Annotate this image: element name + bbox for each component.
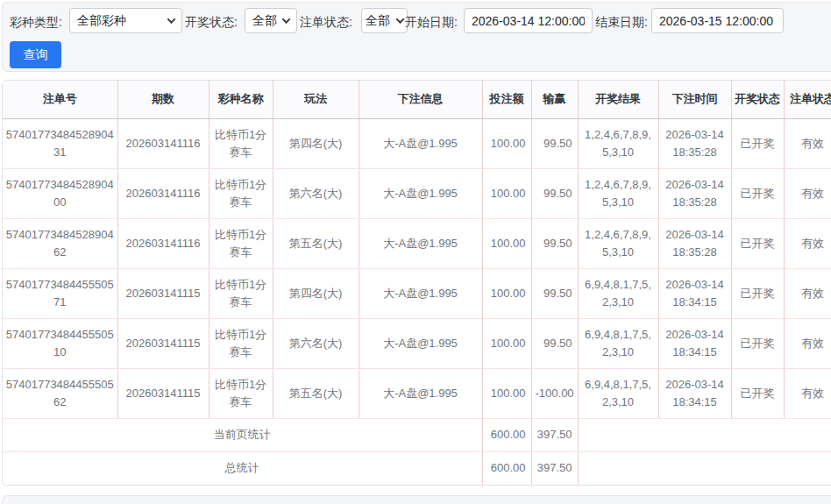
cell-win-loss: 99.50: [531, 168, 578, 218]
cell-play-type: 第五名(大): [273, 368, 359, 418]
cell-draw-result: 1,2,4,6,7,8,9,5,3,10: [578, 118, 658, 168]
cell-bet-time: 2026-03-14 18:34:15: [658, 368, 731, 418]
pagination-panel: [2, 495, 831, 504]
cell-draw-status: 已开奖: [731, 368, 784, 418]
end-date-label: 结束日期:: [595, 15, 648, 31]
end-date-input[interactable]: [651, 8, 784, 33]
cell-draw-result: 1,2,4,6,7,8,9,5,3,10: [578, 218, 658, 268]
column-header-play-type: 玩法: [273, 81, 359, 118]
bet-status-value: 全部: [366, 13, 394, 29]
query-button[interactable]: 查询: [10, 41, 61, 68]
cell-period: 202603141116: [117, 168, 209, 218]
cell-bet-amount: 100.00: [482, 318, 531, 368]
cell-win-loss: 99.50: [531, 268, 578, 318]
summary-row-current-page: 当前页统计 600.00 397.50: [3, 418, 831, 451]
cell-bet-status: 有效: [784, 118, 831, 168]
cell-win-loss: 99.50: [531, 318, 578, 368]
cell-bet-status: 有效: [784, 168, 831, 218]
cell-play-type: 第五名(大): [273, 218, 359, 268]
cell-bet-time: 2026-03-14 18:35:28: [658, 218, 731, 268]
cell-win-loss: 99.50: [531, 218, 578, 268]
cell-bet-info: 大-A盘@1.995: [359, 368, 482, 418]
bets-table: 注单号期数彩种名称玩法下注信息投注额输赢开奖结果下注时间开奖状态注单状态 574…: [3, 81, 831, 485]
cell-bet-number: 5740177348445550510: [3, 318, 117, 368]
cell-bet-number: 5740177348452890400: [3, 168, 117, 218]
bets-table-card: 注单号期数彩种名称玩法下注信息投注额输赢开奖结果下注时间开奖状态注单状态 574…: [2, 80, 831, 486]
cell-draw-status: 已开奖: [731, 268, 784, 318]
cell-bet-number: 5740177348452890462: [3, 218, 117, 268]
cell-draw-status: 已开奖: [731, 168, 784, 218]
cell-period: 202603141115: [117, 368, 209, 418]
cell-bet-status: 有效: [784, 318, 831, 368]
cell-draw-result: 6,9,4,8,1,7,5,2,3,10: [578, 268, 658, 318]
cell-bet-amount: 100.00: [482, 218, 531, 268]
table-row: 5740177348445550510202603141115比特币1分赛车第六…: [3, 318, 831, 368]
column-header-period: 期数: [117, 81, 209, 118]
cell-bet-amount: 100.00: [482, 368, 531, 418]
cell-bet-info: 大-A盘@1.995: [359, 168, 482, 218]
draw-status-label: 开奖状态:: [185, 15, 238, 31]
table-row: 5740177348445550562202603141115比特币1分赛车第五…: [3, 368, 831, 418]
cell-bet-amount: 100.00: [482, 118, 531, 168]
current-page-summary-label: 当前页统计: [3, 418, 482, 451]
column-header-draw-status: 开奖状态: [731, 81, 784, 118]
cell-bet-info: 大-A盘@1.995: [359, 218, 482, 268]
cell-lottery-name: 比特币1分赛车: [209, 368, 273, 418]
column-header-bet-number: 注单号: [3, 81, 117, 118]
cell-bet-amount: 100.00: [482, 168, 531, 218]
cell-win-loss: -100.00: [531, 368, 578, 418]
cell-bet-status: 有效: [784, 368, 831, 418]
cell-draw-result: 6,9,4,8,1,7,5,2,3,10: [578, 368, 658, 418]
summary-row-total: 总统计 600.00 397.50: [3, 451, 831, 485]
cell-draw-status: 已开奖: [731, 318, 784, 368]
cell-play-type: 第四名(大): [273, 118, 359, 168]
total-summary-label: 总统计: [3, 451, 482, 485]
lottery-type-label: 彩种类型:: [10, 15, 62, 31]
column-header-bet-time: 下注时间: [658, 81, 731, 118]
cell-bet-number: 5740177348445550571: [3, 268, 117, 318]
cell-draw-status: 已开奖: [731, 218, 784, 268]
lottery-type-select[interactable]: 全部彩种: [69, 8, 182, 33]
table-row: 5740177348445550571202603141115比特币1分赛车第四…: [3, 268, 831, 318]
table-row: 5740177348452890431202603141116比特币1分赛车第四…: [3, 118, 831, 168]
cell-lottery-name: 比特币1分赛车: [209, 218, 273, 268]
cell-bet-number: 5740177348445550562: [3, 368, 117, 418]
cell-bet-number: 5740177348452890431: [3, 118, 117, 168]
cell-draw-result: 6,9,4,8,1,7,5,2,3,10: [578, 318, 658, 368]
chevron-down-icon: [167, 15, 176, 24]
cell-play-type: 第六名(大): [273, 318, 359, 368]
filter-bar: 彩种类型: 全部彩种 开奖状态: 全部 注单状态: 全部 开始日期: 结束日期:…: [2, 2, 831, 72]
cell-bet-info: 大-A盘@1.995: [359, 318, 482, 368]
cell-period: 202603141116: [117, 218, 209, 268]
bet-status-select[interactable]: 全部: [361, 8, 408, 33]
cell-period: 202603141115: [117, 318, 209, 368]
cell-lottery-name: 比特币1分赛车: [209, 168, 273, 218]
cell-draw-result: 1,2,4,6,7,8,9,5,3,10: [578, 168, 658, 218]
cell-play-type: 第六名(大): [273, 168, 359, 218]
column-header-bet-status: 注单状态: [784, 81, 831, 118]
start-date-label: 开始日期:: [405, 15, 458, 31]
table-row: 5740177348452890400202603141116比特币1分赛车第六…: [3, 168, 831, 218]
chevron-down-icon: [282, 15, 291, 24]
cell-win-loss: 99.50: [531, 118, 578, 168]
start-date-input[interactable]: [464, 8, 593, 33]
cell-bet-status: 有效: [784, 218, 831, 268]
column-header-draw-result: 开奖结果: [578, 81, 658, 118]
cell-bet-status: 有效: [784, 268, 831, 318]
cell-bet-time: 2026-03-14 18:34:15: [658, 268, 731, 318]
cell-lottery-name: 比特币1分赛车: [209, 118, 273, 168]
cell-draw-status: 已开奖: [731, 118, 784, 168]
draw-status-value: 全部: [252, 13, 280, 29]
column-header-win-loss: 输赢: [531, 81, 578, 118]
cell-bet-info: 大-A盘@1.995: [359, 118, 482, 168]
column-header-bet-amount: 投注额: [482, 81, 531, 118]
cell-bet-time: 2026-03-14 18:34:15: [658, 318, 731, 368]
current-page-bet-total: 600.00: [482, 418, 531, 451]
column-header-bet-info: 下注信息: [359, 81, 482, 118]
current-page-winloss-total: 397.50: [531, 418, 578, 451]
total-bet-total: 600.00: [482, 451, 531, 485]
cell-lottery-name: 比特币1分赛车: [209, 318, 273, 368]
draw-status-select[interactable]: 全部: [245, 8, 297, 33]
cell-period: 202603141115: [117, 268, 209, 318]
cell-period: 202603141116: [117, 118, 209, 168]
